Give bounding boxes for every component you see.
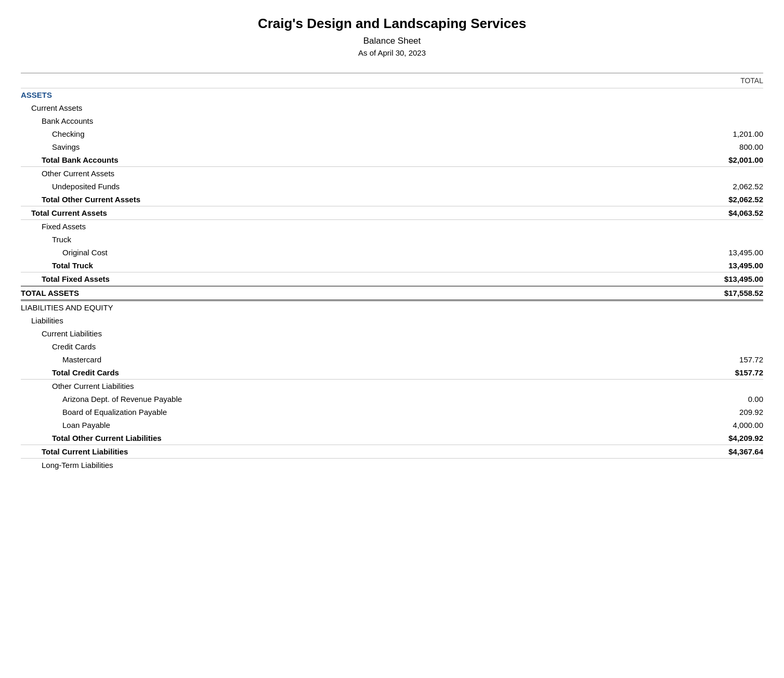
column-headers: TOTAL (21, 73, 763, 88)
table-row-total-current-liabilities: Total Current Liabilities$4,367.64 (21, 445, 763, 459)
table-row-original-cost: Original Cost13,495.00 (21, 246, 763, 259)
table-row-total-bank-accounts: Total Bank Accounts$2,001.00 (21, 153, 763, 167)
row-label-savings: Savings (21, 142, 680, 151)
table-row-savings: Savings800.00 (21, 140, 763, 153)
row-label-total-credit-cards: Total Credit Cards (21, 368, 680, 377)
row-label-undeposited-funds: Undeposited Funds (21, 182, 680, 191)
row-amount-az-dept-revenue: 0.00 (680, 395, 763, 403)
row-label-original-cost: Original Cost (21, 248, 680, 257)
balance-sheet-table: TOTAL ASSETSCurrent AssetsBank AccountsC… (21, 73, 763, 472)
row-label-board-equalization: Board of Equalization Payable (21, 408, 680, 416)
row-label-total-assets: TOTAL ASSETS (21, 289, 680, 297)
row-label-total-bank-accounts: Total Bank Accounts (21, 155, 680, 164)
row-amount-loan-payable: 4,000.00 (680, 421, 763, 429)
row-amount-total-truck: 13,495.00 (680, 261, 763, 270)
table-row-az-dept-revenue: Arizona Dept. of Revenue Payable0.00 (21, 393, 763, 406)
table-row-undeposited-funds: Undeposited Funds2,062.52 (21, 180, 763, 193)
row-amount-total-current-assets: $4,063.52 (680, 208, 763, 217)
row-label-other-current-assets: Other Current Assets (21, 169, 680, 178)
row-label-total-truck: Total Truck (21, 261, 680, 270)
row-label-fixed-assets: Fixed Assets (21, 222, 680, 231)
row-amount-savings: 800.00 (680, 142, 763, 151)
row-label-current-assets: Current Assets (21, 103, 680, 112)
table-row-total-fixed-assets: Total Fixed Assets$13,495.00 (21, 272, 763, 286)
table-row-total-credit-cards: Total Credit Cards$157.72 (21, 366, 763, 380)
row-amount-total-other-current-assets: $2,062.52 (680, 195, 763, 204)
row-amount-board-equalization: 209.92 (680, 408, 763, 416)
company-name: Craig's Design and Landscaping Services (21, 16, 763, 32)
total-column-header: TOTAL (680, 76, 763, 85)
row-amount-total-current-liabilities: $4,367.64 (680, 447, 763, 456)
table-row-truck: Truck (21, 233, 763, 246)
row-label-liabilities-equity: LIABILITIES AND EQUITY (21, 303, 680, 312)
row-label-liabilities: Liabilities (21, 316, 680, 325)
table-row-total-other-current-liabilities: Total Other Current Liabilities$4,209.92 (21, 432, 763, 445)
table-row-other-current-assets: Other Current Assets (21, 167, 763, 180)
report-header: Craig's Design and Landscaping Services … (21, 16, 763, 57)
table-row-long-term-liabilities: Long-Term Liabilities (21, 459, 763, 472)
row-amount-total-assets: $17,558.52 (680, 289, 763, 297)
row-label-bank-accounts: Bank Accounts (21, 116, 680, 125)
row-label-total-fixed-assets: Total Fixed Assets (21, 275, 680, 283)
row-label-credit-cards: Credit Cards (21, 342, 680, 351)
table-row-board-equalization: Board of Equalization Payable209.92 (21, 406, 763, 419)
row-label-az-dept-revenue: Arizona Dept. of Revenue Payable (21, 395, 680, 403)
row-amount-original-cost: 13,495.00 (680, 248, 763, 257)
table-row-other-current-liabilities: Other Current Liabilities (21, 380, 763, 393)
row-label-current-liabilities: Current Liabilities (21, 329, 680, 338)
report-title: Balance Sheet (21, 36, 763, 46)
table-row-total-truck: Total Truck13,495.00 (21, 259, 763, 272)
table-row-total-other-current-assets: Total Other Current Assets$2,062.52 (21, 193, 763, 206)
row-label-total-other-current-assets: Total Other Current Assets (21, 195, 680, 204)
row-label-mastercard: Mastercard (21, 355, 680, 364)
row-amount-total-bank-accounts: $2,001.00 (680, 155, 763, 164)
row-amount-checking: 1,201.00 (680, 129, 763, 138)
row-label-long-term-liabilities: Long-Term Liabilities (21, 461, 680, 470)
row-label-total-current-assets: Total Current Assets (21, 208, 680, 217)
table-rows: ASSETSCurrent AssetsBank AccountsCheckin… (21, 88, 763, 472)
table-row-mastercard: Mastercard157.72 (21, 353, 763, 366)
row-label-assets-section: ASSETS (21, 90, 680, 99)
row-amount-mastercard: 157.72 (680, 355, 763, 364)
table-row-liabilities-equity: LIABILITIES AND EQUITY (21, 301, 763, 314)
table-row-total-current-assets: Total Current Assets$4,063.52 (21, 206, 763, 220)
table-row-fixed-assets: Fixed Assets (21, 220, 763, 233)
row-label-total-other-current-liabilities: Total Other Current Liabilities (21, 434, 680, 442)
table-row-liabilities: Liabilities (21, 314, 763, 327)
row-label-other-current-liabilities: Other Current Liabilities (21, 382, 680, 390)
table-row-loan-payable: Loan Payable4,000.00 (21, 419, 763, 432)
report-date: As of April 30, 2023 (21, 48, 763, 57)
table-row-assets-section: ASSETS (21, 88, 763, 101)
row-amount-total-other-current-liabilities: $4,209.92 (680, 434, 763, 442)
row-label-loan-payable: Loan Payable (21, 421, 680, 429)
table-row-checking: Checking1,201.00 (21, 127, 763, 140)
table-row-current-assets: Current Assets (21, 101, 763, 114)
row-amount-undeposited-funds: 2,062.52 (680, 182, 763, 191)
row-amount-total-fixed-assets: $13,495.00 (680, 275, 763, 283)
table-row-current-liabilities: Current Liabilities (21, 327, 763, 340)
table-row-total-assets: TOTAL ASSETS$17,558.52 (21, 286, 763, 301)
row-label-checking: Checking (21, 129, 680, 138)
table-row-credit-cards: Credit Cards (21, 340, 763, 353)
row-label-total-current-liabilities: Total Current Liabilities (21, 447, 680, 456)
row-amount-total-credit-cards: $157.72 (680, 368, 763, 377)
row-label-truck: Truck (21, 235, 680, 244)
table-row-bank-accounts: Bank Accounts (21, 114, 763, 127)
